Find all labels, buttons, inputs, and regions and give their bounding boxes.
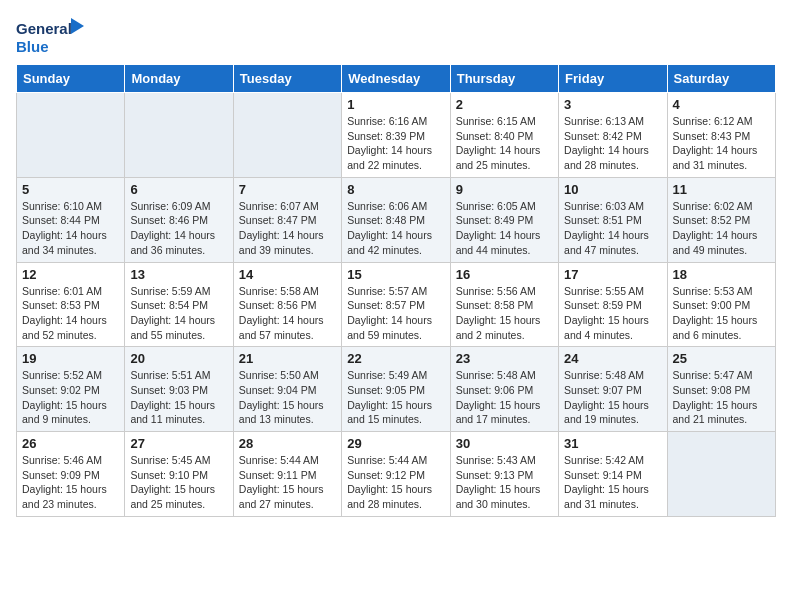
calendar-cell: 6Sunrise: 6:09 AM Sunset: 8:46 PM Daylig…	[125, 177, 233, 262]
day-header-monday: Monday	[125, 65, 233, 93]
calendar-cell: 19Sunrise: 5:52 AM Sunset: 9:02 PM Dayli…	[17, 347, 125, 432]
day-info: Sunrise: 5:44 AM Sunset: 9:12 PM Dayligh…	[347, 453, 444, 512]
calendar-cell: 15Sunrise: 5:57 AM Sunset: 8:57 PM Dayli…	[342, 262, 450, 347]
calendar-cell	[17, 93, 125, 178]
day-number: 21	[239, 351, 336, 366]
day-info: Sunrise: 6:05 AM Sunset: 8:49 PM Dayligh…	[456, 199, 553, 258]
day-number: 6	[130, 182, 227, 197]
calendar-cell	[667, 432, 775, 517]
calendar-table: SundayMondayTuesdayWednesdayThursdayFrid…	[16, 64, 776, 517]
calendar-cell: 8Sunrise: 6:06 AM Sunset: 8:48 PM Daylig…	[342, 177, 450, 262]
day-number: 18	[673, 267, 770, 282]
calendar-cell: 2Sunrise: 6:15 AM Sunset: 8:40 PM Daylig…	[450, 93, 558, 178]
calendar-cell: 12Sunrise: 6:01 AM Sunset: 8:53 PM Dayli…	[17, 262, 125, 347]
calendar-header-row: SundayMondayTuesdayWednesdayThursdayFrid…	[17, 65, 776, 93]
calendar-cell: 7Sunrise: 6:07 AM Sunset: 8:47 PM Daylig…	[233, 177, 341, 262]
day-number: 15	[347, 267, 444, 282]
day-number: 31	[564, 436, 661, 451]
day-info: Sunrise: 5:52 AM Sunset: 9:02 PM Dayligh…	[22, 368, 119, 427]
day-info: Sunrise: 5:48 AM Sunset: 9:06 PM Dayligh…	[456, 368, 553, 427]
day-info: Sunrise: 5:44 AM Sunset: 9:11 PM Dayligh…	[239, 453, 336, 512]
day-info: Sunrise: 5:57 AM Sunset: 8:57 PM Dayligh…	[347, 284, 444, 343]
calendar-cell: 28Sunrise: 5:44 AM Sunset: 9:11 PM Dayli…	[233, 432, 341, 517]
day-info: Sunrise: 5:55 AM Sunset: 8:59 PM Dayligh…	[564, 284, 661, 343]
day-info: Sunrise: 6:02 AM Sunset: 8:52 PM Dayligh…	[673, 199, 770, 258]
calendar-week-2: 5Sunrise: 6:10 AM Sunset: 8:44 PM Daylig…	[17, 177, 776, 262]
svg-text:General: General	[16, 20, 72, 37]
calendar-cell: 20Sunrise: 5:51 AM Sunset: 9:03 PM Dayli…	[125, 347, 233, 432]
calendar-cell: 5Sunrise: 6:10 AM Sunset: 8:44 PM Daylig…	[17, 177, 125, 262]
day-number: 16	[456, 267, 553, 282]
calendar-cell: 1Sunrise: 6:16 AM Sunset: 8:39 PM Daylig…	[342, 93, 450, 178]
calendar-cell	[125, 93, 233, 178]
day-header-tuesday: Tuesday	[233, 65, 341, 93]
day-number: 23	[456, 351, 553, 366]
day-info: Sunrise: 6:15 AM Sunset: 8:40 PM Dayligh…	[456, 114, 553, 173]
day-info: Sunrise: 5:45 AM Sunset: 9:10 PM Dayligh…	[130, 453, 227, 512]
calendar-cell: 10Sunrise: 6:03 AM Sunset: 8:51 PM Dayli…	[559, 177, 667, 262]
day-info: Sunrise: 5:47 AM Sunset: 9:08 PM Dayligh…	[673, 368, 770, 427]
calendar-cell: 9Sunrise: 6:05 AM Sunset: 8:49 PM Daylig…	[450, 177, 558, 262]
calendar-cell: 17Sunrise: 5:55 AM Sunset: 8:59 PM Dayli…	[559, 262, 667, 347]
day-number: 20	[130, 351, 227, 366]
day-info: Sunrise: 6:07 AM Sunset: 8:47 PM Dayligh…	[239, 199, 336, 258]
logo-icon: GeneralBlue	[16, 16, 86, 56]
day-info: Sunrise: 6:13 AM Sunset: 8:42 PM Dayligh…	[564, 114, 661, 173]
day-number: 2	[456, 97, 553, 112]
calendar-week-5: 26Sunrise: 5:46 AM Sunset: 9:09 PM Dayli…	[17, 432, 776, 517]
svg-marker-2	[71, 18, 84, 34]
day-info: Sunrise: 6:16 AM Sunset: 8:39 PM Dayligh…	[347, 114, 444, 173]
day-info: Sunrise: 5:51 AM Sunset: 9:03 PM Dayligh…	[130, 368, 227, 427]
day-number: 19	[22, 351, 119, 366]
calendar-week-4: 19Sunrise: 5:52 AM Sunset: 9:02 PM Dayli…	[17, 347, 776, 432]
day-info: Sunrise: 6:09 AM Sunset: 8:46 PM Dayligh…	[130, 199, 227, 258]
calendar-cell: 23Sunrise: 5:48 AM Sunset: 9:06 PM Dayli…	[450, 347, 558, 432]
calendar-cell: 22Sunrise: 5:49 AM Sunset: 9:05 PM Dayli…	[342, 347, 450, 432]
day-info: Sunrise: 5:53 AM Sunset: 9:00 PM Dayligh…	[673, 284, 770, 343]
day-number: 22	[347, 351, 444, 366]
day-number: 30	[456, 436, 553, 451]
calendar-cell: 21Sunrise: 5:50 AM Sunset: 9:04 PM Dayli…	[233, 347, 341, 432]
logo: GeneralBlue	[16, 16, 86, 56]
calendar-cell: 18Sunrise: 5:53 AM Sunset: 9:00 PM Dayli…	[667, 262, 775, 347]
calendar-cell: 14Sunrise: 5:58 AM Sunset: 8:56 PM Dayli…	[233, 262, 341, 347]
calendar-cell: 3Sunrise: 6:13 AM Sunset: 8:42 PM Daylig…	[559, 93, 667, 178]
day-number: 1	[347, 97, 444, 112]
day-number: 29	[347, 436, 444, 451]
day-number: 8	[347, 182, 444, 197]
calendar-cell: 13Sunrise: 5:59 AM Sunset: 8:54 PM Dayli…	[125, 262, 233, 347]
day-info: Sunrise: 5:50 AM Sunset: 9:04 PM Dayligh…	[239, 368, 336, 427]
calendar-cell: 31Sunrise: 5:42 AM Sunset: 9:14 PM Dayli…	[559, 432, 667, 517]
day-info: Sunrise: 6:01 AM Sunset: 8:53 PM Dayligh…	[22, 284, 119, 343]
day-info: Sunrise: 5:42 AM Sunset: 9:14 PM Dayligh…	[564, 453, 661, 512]
calendar-cell: 30Sunrise: 5:43 AM Sunset: 9:13 PM Dayli…	[450, 432, 558, 517]
day-info: Sunrise: 6:03 AM Sunset: 8:51 PM Dayligh…	[564, 199, 661, 258]
day-info: Sunrise: 5:46 AM Sunset: 9:09 PM Dayligh…	[22, 453, 119, 512]
day-header-sunday: Sunday	[17, 65, 125, 93]
day-number: 13	[130, 267, 227, 282]
calendar-cell: 25Sunrise: 5:47 AM Sunset: 9:08 PM Dayli…	[667, 347, 775, 432]
svg-text:Blue: Blue	[16, 38, 49, 55]
calendar-week-3: 12Sunrise: 6:01 AM Sunset: 8:53 PM Dayli…	[17, 262, 776, 347]
day-number: 9	[456, 182, 553, 197]
day-header-thursday: Thursday	[450, 65, 558, 93]
calendar-cell: 16Sunrise: 5:56 AM Sunset: 8:58 PM Dayli…	[450, 262, 558, 347]
day-info: Sunrise: 6:12 AM Sunset: 8:43 PM Dayligh…	[673, 114, 770, 173]
day-number: 14	[239, 267, 336, 282]
day-number: 10	[564, 182, 661, 197]
day-number: 11	[673, 182, 770, 197]
day-info: Sunrise: 5:49 AM Sunset: 9:05 PM Dayligh…	[347, 368, 444, 427]
day-header-saturday: Saturday	[667, 65, 775, 93]
day-number: 7	[239, 182, 336, 197]
day-number: 17	[564, 267, 661, 282]
day-info: Sunrise: 6:10 AM Sunset: 8:44 PM Dayligh…	[22, 199, 119, 258]
day-number: 5	[22, 182, 119, 197]
day-number: 26	[22, 436, 119, 451]
day-header-friday: Friday	[559, 65, 667, 93]
day-header-wednesday: Wednesday	[342, 65, 450, 93]
day-info: Sunrise: 5:58 AM Sunset: 8:56 PM Dayligh…	[239, 284, 336, 343]
day-number: 12	[22, 267, 119, 282]
day-number: 27	[130, 436, 227, 451]
page-header: GeneralBlue	[16, 16, 776, 56]
day-info: Sunrise: 5:43 AM Sunset: 9:13 PM Dayligh…	[456, 453, 553, 512]
